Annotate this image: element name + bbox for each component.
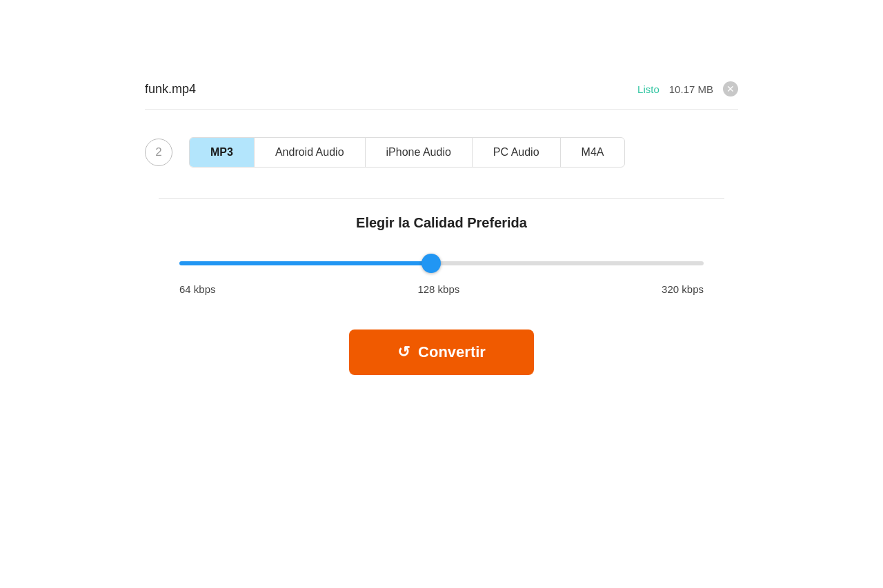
tab-mp3[interactable]: MP3	[190, 138, 255, 167]
tabs-container: MP3 Android Audio iPhone Audio PC Audio …	[189, 137, 625, 168]
tab-pc-audio[interactable]: PC Audio	[473, 138, 561, 167]
convert-icon: ↺	[397, 343, 410, 361]
step-row: 2 MP3 Android Audio iPhone Audio PC Audi…	[145, 137, 738, 168]
convert-button[interactable]: ↺ Convertir	[349, 330, 534, 375]
quality-slider[interactable]	[179, 261, 704, 265]
quality-section: Elegir la Calidad Preferida 64 kbps 128 …	[145, 198, 738, 295]
file-size: 10.17 MB	[669, 83, 713, 95]
file-status: Listo	[637, 83, 659, 95]
tab-m4a[interactable]: M4A	[561, 138, 625, 167]
slider-wrapper	[179, 253, 704, 274]
file-row: funk.mp4 Listo 10.17 MB ✕	[145, 69, 738, 110]
quality-divider	[159, 198, 724, 199]
step-number: 2	[145, 139, 172, 166]
slider-labels: 64 kbps 128 kbps 320 kbps	[179, 283, 704, 295]
tab-iphone-audio[interactable]: iPhone Audio	[366, 138, 473, 167]
file-name: funk.mp4	[145, 82, 196, 97]
file-meta: Listo 10.17 MB ✕	[637, 81, 738, 97]
remove-file-button[interactable]: ✕	[723, 81, 738, 97]
slider-label-min: 64 kbps	[179, 283, 216, 295]
quality-title: Elegir la Calidad Preferida	[356, 215, 527, 231]
convert-button-label: Convertir	[418, 343, 486, 361]
slider-label-max: 320 kbps	[662, 283, 704, 295]
tab-android-audio[interactable]: Android Audio	[255, 138, 366, 167]
slider-label-mid: 128 kbps	[417, 283, 459, 295]
convert-row: ↺ Convertir	[145, 330, 738, 375]
main-container: funk.mp4 Listo 10.17 MB ✕ 2 MP3 Android …	[145, 69, 738, 375]
